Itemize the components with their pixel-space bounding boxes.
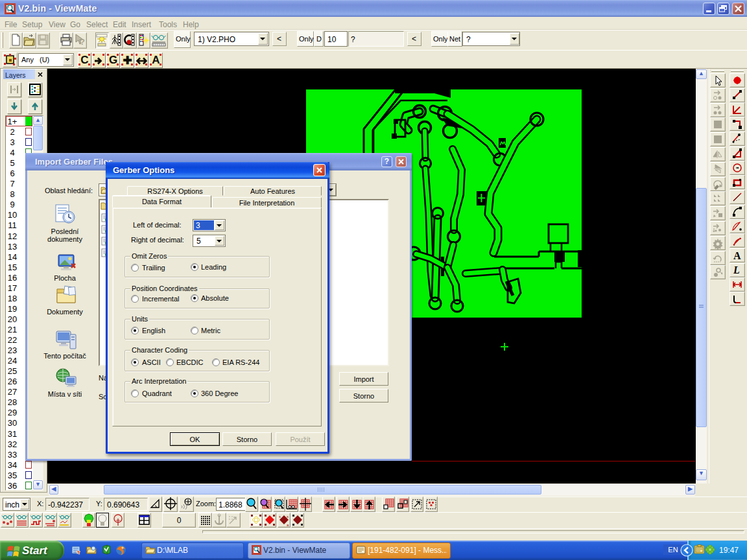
svg-text:A: A bbox=[733, 250, 741, 261]
svg-text:L: L bbox=[733, 264, 740, 275]
svg-text:s: s bbox=[287, 515, 289, 519]
svg-text:?: ? bbox=[80, 37, 85, 47]
svg-text:a: a bbox=[287, 523, 289, 527]
svg-text:s: s bbox=[279, 515, 281, 519]
